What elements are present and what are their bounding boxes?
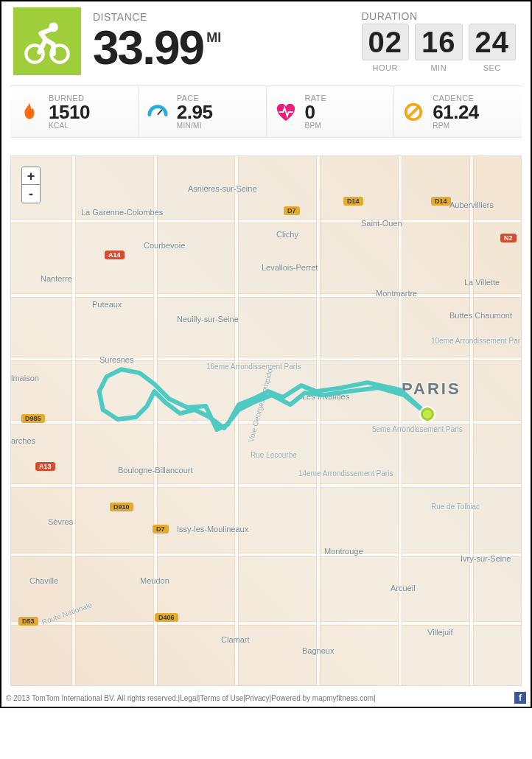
stat-rate-text: RATE 0 BPM [305, 94, 327, 130]
stat-rate-value: 0 [305, 102, 327, 122]
cadence-icon [400, 99, 427, 125]
duration-block: DURATION 02 HOUR 16 MIN 24 SEC [362, 10, 517, 72]
stat-rate-unit: BPM [305, 122, 327, 130]
svg-line-6 [408, 112, 414, 118]
duration-hours-label: HOUR [362, 63, 410, 72]
heart-icon [273, 99, 299, 125]
route-map[interactable]: + - Asnières-sur-Seine La Garenne-Colomb… [10, 155, 522, 686]
facebook-icon[interactable]: f [514, 692, 526, 704]
stat-cadence: CADENCE 61.24 RPM [394, 86, 522, 137]
svg-line-3 [158, 110, 162, 115]
workout-summary-card: DISTANCE 33.99MI DURATION 02 HOUR 16 MIN… [0, 0, 532, 708]
zoom-in-button[interactable]: + [22, 167, 40, 185]
zoom-out-button[interactable]: - [22, 185, 40, 203]
stat-cadence-value: 61.24 [433, 102, 479, 122]
route-start-marker [421, 408, 434, 421]
footer-terms-link[interactable]: Terms of Use [200, 694, 243, 702]
stat-burned-text: BURNED 1510 KCAL [49, 94, 90, 130]
gauge-icon [144, 99, 171, 125]
stat-pace: PACE 2.95 MIN/MI [139, 86, 267, 137]
footer-copyright: © 2013 TomTom International BV. All righ… [6, 694, 178, 702]
stat-burned-value: 1510 [49, 102, 90, 122]
duration-min-value: 16 [415, 24, 463, 60]
stat-pace-value: 2.95 [177, 102, 213, 122]
route-path [11, 156, 521, 685]
duration-sec-label: SEC [469, 63, 517, 72]
flame-icon [16, 99, 43, 125]
map-zoom-control: + - [21, 167, 41, 203]
footer-legal-link[interactable]: Legal [180, 694, 197, 702]
duration-sec: 24 SEC [469, 24, 517, 72]
sep: | [374, 694, 376, 702]
stat-burned: BURNED 1510 KCAL [10, 86, 139, 137]
cycling-icon [13, 7, 81, 75]
summary-header: DISTANCE 33.99MI DURATION 02 HOUR 16 MIN… [1, 1, 531, 78]
footer-privacy-link[interactable]: Privacy [245, 694, 270, 702]
stat-cadence-text: CADENCE 61.24 RPM [433, 94, 479, 130]
duration-min: 16 MIN [415, 24, 463, 72]
distance-value: 33.99 [93, 21, 203, 74]
stat-rate: RATE 0 BPM [267, 86, 395, 137]
duration-boxes: 02 HOUR 16 MIN 24 SEC [362, 24, 517, 72]
stats-row: BURNED 1510 KCAL PACE 2.95 MIN/MI [10, 85, 522, 138]
stat-pace-text: PACE 2.95 MIN/MI [177, 94, 213, 130]
duration-label: DURATION [362, 10, 517, 22]
duration-hours-value: 02 [362, 24, 410, 60]
distance-unit: MI [206, 30, 221, 45]
footer-powered: Powered by mapmyfitness.com [271, 694, 374, 702]
duration-min-label: MIN [415, 63, 463, 72]
distance-block: DISTANCE 33.99MI [93, 11, 221, 71]
duration-sec-value: 24 [469, 24, 517, 60]
footer: © 2013 TomTom International BV. All righ… [1, 689, 531, 707]
duration-hours: 02 HOUR [362, 24, 410, 72]
distance-value-row: 33.99MI [93, 24, 221, 71]
